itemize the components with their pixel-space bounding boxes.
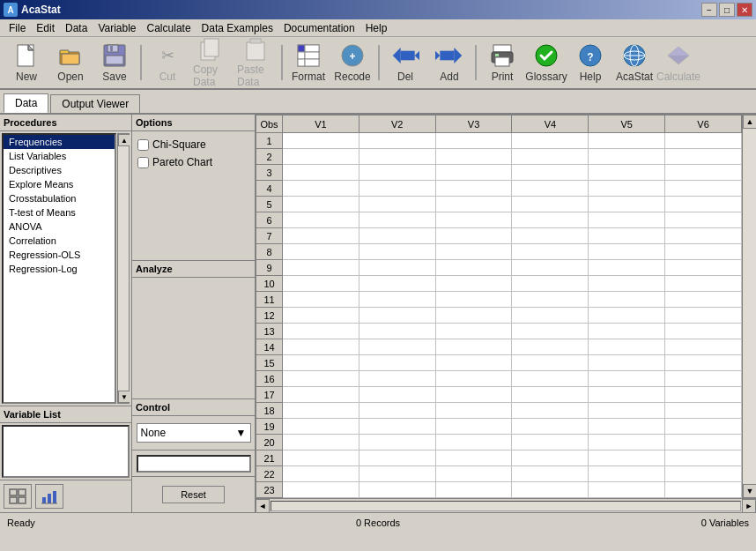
data-cell[interactable] <box>359 228 435 244</box>
data-cell[interactable] <box>589 339 665 355</box>
proc-scroll-down[interactable]: ▼ <box>118 391 130 403</box>
data-cell[interactable] <box>665 466 742 482</box>
data-cell[interactable] <box>665 371 742 387</box>
data-cell[interactable] <box>665 244 742 260</box>
copy-data-button[interactable]: Copy Data <box>190 40 233 86</box>
data-cell[interactable] <box>512 197 589 212</box>
data-cell[interactable] <box>435 133 512 149</box>
data-cell[interactable] <box>512 308 589 324</box>
table-row[interactable]: 21 <box>256 450 742 466</box>
table-row[interactable]: 20 <box>256 435 742 450</box>
data-cell[interactable] <box>359 133 435 149</box>
table-row[interactable]: 16 <box>256 371 742 387</box>
data-cell[interactable] <box>435 466 512 482</box>
data-cell[interactable] <box>435 419 512 435</box>
menu-help[interactable]: Help <box>360 20 393 36</box>
del-button[interactable]: Del <box>384 40 426 86</box>
data-cell[interactable] <box>435 228 512 244</box>
cut-button[interactable]: ✂ Cut <box>146 40 189 86</box>
data-cell[interactable] <box>359 498 435 499</box>
vscroll-track[interactable] <box>743 129 756 484</box>
data-cell[interactable] <box>359 324 435 339</box>
table-row[interactable]: 12 <box>256 308 742 324</box>
data-cell[interactable] <box>435 403 512 419</box>
reset-button[interactable]: Reset <box>162 486 225 503</box>
menu-calculate[interactable]: Calculate <box>142 20 196 36</box>
data-cell[interactable] <box>435 149 512 165</box>
data-cell[interactable] <box>283 324 359 339</box>
add-button[interactable]: Add <box>428 40 471 86</box>
data-cell[interactable] <box>359 355 435 371</box>
data-cell[interactable] <box>283 228 359 244</box>
data-cell[interactable] <box>283 419 359 435</box>
data-cell[interactable] <box>435 276 512 292</box>
table-row[interactable]: 19 <box>256 419 742 435</box>
table-row[interactable]: 6 <box>256 212 742 228</box>
proc-descriptives[interactable]: Descriptives <box>4 163 115 177</box>
table-row[interactable]: 18 <box>256 403 742 419</box>
proc-frequencies[interactable]: Frequencies <box>4 135 115 149</box>
data-cell[interactable] <box>512 228 589 244</box>
recode-button[interactable]: + Recode <box>331 40 374 86</box>
data-cell[interactable] <box>435 197 512 212</box>
data-cell[interactable] <box>359 482 435 498</box>
table-row[interactable]: 9 <box>256 260 742 276</box>
data-cell[interactable] <box>512 165 589 181</box>
proc-crosstabulation[interactable]: Crosstabulation <box>4 191 115 205</box>
table-row[interactable]: 3 <box>256 165 742 181</box>
table-row[interactable]: 4 <box>256 181 742 197</box>
data-cell[interactable] <box>512 498 589 499</box>
data-cell[interactable] <box>512 181 589 197</box>
data-cell[interactable] <box>435 181 512 197</box>
data-cell[interactable] <box>589 292 665 308</box>
table-row[interactable]: 5 <box>256 197 742 212</box>
hscroll-right[interactable]: ► <box>742 499 756 513</box>
data-cell[interactable] <box>283 276 359 292</box>
table-row[interactable]: 11 <box>256 292 742 308</box>
data-cell[interactable] <box>283 450 359 466</box>
data-cell[interactable] <box>359 387 435 403</box>
data-cell[interactable] <box>665 292 742 308</box>
data-cell[interactable] <box>283 149 359 165</box>
data-cell[interactable] <box>665 165 742 181</box>
data-cell[interactable] <box>283 181 359 197</box>
paste-data-button[interactable]: Paste Data <box>234 40 277 86</box>
data-cell[interactable] <box>283 292 359 308</box>
data-cell[interactable] <box>359 260 435 276</box>
data-cell[interactable] <box>435 498 512 499</box>
data-cell[interactable] <box>589 308 665 324</box>
data-cell[interactable] <box>283 435 359 450</box>
data-cell[interactable] <box>283 403 359 419</box>
tab-data[interactable]: Data <box>4 93 48 113</box>
data-cell[interactable] <box>283 308 359 324</box>
proc-explore-means[interactable]: Explore Means <box>4 177 115 191</box>
data-cell[interactable] <box>359 419 435 435</box>
data-cell[interactable] <box>665 324 742 339</box>
data-grid-wrapper[interactable]: Obs V1 V2 V3 V4 V5 V6 123456789101112131… <box>256 115 742 498</box>
menu-documentation[interactable]: Documentation <box>278 20 360 36</box>
data-cell[interactable] <box>283 387 359 403</box>
table-row[interactable]: 14 <box>256 339 742 355</box>
tab-output-viewer[interactable]: Output Viewer <box>50 94 140 113</box>
print-button[interactable]: Print <box>481 40 523 86</box>
new-button[interactable]: New <box>5 40 48 86</box>
data-cell[interactable] <box>589 324 665 339</box>
data-cell[interactable] <box>435 260 512 276</box>
data-cell[interactable] <box>359 466 435 482</box>
proc-regression-ols[interactable]: Regression-OLS <box>4 248 115 262</box>
table-row[interactable]: 1 <box>256 133 742 149</box>
data-cell[interactable] <box>283 212 359 228</box>
data-cell[interactable] <box>435 292 512 308</box>
vscroll-down[interactable]: ▼ <box>743 484 756 498</box>
data-cell[interactable] <box>665 149 742 165</box>
data-cell[interactable] <box>359 292 435 308</box>
chi-square-checkbox[interactable] <box>137 139 149 151</box>
data-cell[interactable] <box>359 197 435 212</box>
data-cell[interactable] <box>665 197 742 212</box>
table-row[interactable]: 15 <box>256 355 742 371</box>
data-cell[interactable] <box>589 276 665 292</box>
table-row[interactable]: 17 <box>256 387 742 403</box>
data-cell[interactable] <box>589 181 665 197</box>
data-cell[interactable] <box>589 403 665 419</box>
data-cell[interactable] <box>665 181 742 197</box>
